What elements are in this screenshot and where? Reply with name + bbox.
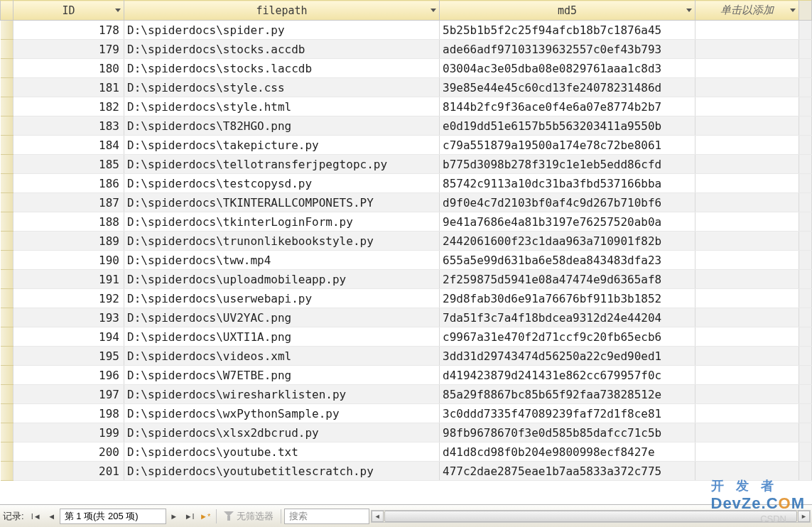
filter-dropdown-icon[interactable] — [685, 6, 693, 15]
column-header-md5[interactable]: md5 — [440, 1, 695, 21]
cell-filepath[interactable]: D:\spiderdocs\UXTI1A.png — [124, 327, 440, 347]
cell-filepath[interactable]: D:\spiderdocs\T82HGO.png — [124, 116, 440, 136]
table-row[interactable]: 178D:\spiderdocs\spider.py5b25b1b5f2c25f… — [1, 21, 812, 40]
filter-dropdown-icon[interactable] — [114, 6, 122, 15]
row-selector[interactable] — [1, 366, 13, 385]
cell-md5[interactable]: 2f259875d5941e08a47474e9d6365af8 — [440, 270, 695, 289]
row-selector[interactable] — [1, 97, 13, 116]
cell-filepath[interactable]: D:\spiderdocs\wiresharklisten.py — [124, 385, 440, 404]
cell-id[interactable]: 188 — [13, 212, 124, 232]
cell-empty[interactable] — [695, 366, 799, 385]
cell-md5[interactable]: 39e85e44e45c60cd13fe24078231486d — [440, 78, 695, 97]
row-selector[interactable] — [1, 385, 13, 404]
column-header-id[interactable]: ID — [13, 1, 124, 21]
cell-md5[interactable]: 477c2dae2875eae1b7aa5833a372c775 — [440, 462, 695, 481]
table-row[interactable]: 192D:\spiderdocs\userwebapi.py29d8fab30d… — [1, 289, 812, 308]
last-record-button[interactable]: ►I — [182, 509, 197, 524]
cell-filepath[interactable]: D:\spiderdocs\TKINTERALLCOMPONETS.PY — [124, 193, 440, 212]
cell-md5[interactable]: 85742c9113a10dc31ba3fbd537166bba — [440, 174, 695, 193]
cell-md5[interactable]: 5b25b1b5f2c25f94afcb18b7c1876a45 — [440, 21, 695, 40]
scroll-left-button[interactable]: ◄ — [372, 511, 384, 522]
column-header-add[interactable]: 单击以添加 — [695, 1, 799, 21]
table-row[interactable]: 182D:\spiderdocs\style.html8144b2fc9f36a… — [1, 97, 812, 116]
row-selector[interactable] — [1, 136, 13, 155]
row-selector[interactable] — [1, 347, 13, 366]
table-row[interactable]: 197D:\spiderdocs\wiresharklisten.py85a29… — [1, 385, 812, 404]
cell-id[interactable]: 187 — [13, 193, 124, 212]
cell-id[interactable]: 183 — [13, 116, 124, 136]
table-row[interactable]: 186D:\spiderdocs\testcopysd.py85742c9113… — [1, 174, 812, 193]
cell-id[interactable]: 185 — [13, 155, 124, 174]
cell-id[interactable]: 189 — [13, 232, 124, 251]
cell-md5[interactable]: 7da51f3c7a4f18bdcea9312d24e44204 — [440, 308, 695, 327]
cell-empty[interactable] — [695, 270, 799, 289]
cell-empty[interactable] — [695, 136, 799, 155]
cell-filepath[interactable]: D:\spiderdocs\youtube.txt — [124, 442, 440, 462]
row-selector[interactable] — [1, 155, 13, 174]
cell-filepath[interactable]: D:\spiderdocs\tellotransferjpegtopc.py — [124, 155, 440, 174]
row-selector[interactable] — [1, 423, 13, 442]
cell-filepath[interactable]: D:\spiderdocs\videos.xml — [124, 347, 440, 366]
cell-id[interactable]: 179 — [13, 40, 124, 59]
cell-md5[interactable]: d9f0e4c7d2103bf0af4c9d267b710bf6 — [440, 193, 695, 212]
cell-id[interactable]: 190 — [13, 251, 124, 270]
cell-filepath[interactable]: D:\spiderdocs\wxPythonSample.py — [124, 404, 440, 423]
cell-filepath[interactable]: D:\spiderdocs\tkinterLoginForm.py — [124, 212, 440, 232]
row-selector[interactable] — [1, 78, 13, 97]
row-selector[interactable] — [1, 174, 13, 193]
table-row[interactable]: 188D:\spiderdocs\tkinterLoginForm.py9e41… — [1, 212, 812, 232]
cell-filepath[interactable]: D:\spiderdocs\spider.py — [124, 21, 440, 40]
cell-filepath[interactable]: D:\spiderdocs\trunonlikebookstyle.py — [124, 232, 440, 251]
cell-id[interactable]: 191 — [13, 270, 124, 289]
cell-md5[interactable]: 3c0ddd7335f47089239faf72d1f8ce81 — [440, 404, 695, 423]
cell-md5[interactable]: 3dd31d29743474d56250a22c9ed90ed1 — [440, 347, 695, 366]
row-selector[interactable] — [1, 251, 13, 270]
table-row[interactable]: 183D:\spiderdocs\T82HGO.pnge0d19dd51e615… — [1, 116, 812, 136]
cell-md5[interactable]: d41d8cd98f0b204e9800998ecf8427e — [440, 442, 695, 462]
cell-md5[interactable]: 85a29f8867bc85b65f92faa73828512e — [440, 385, 695, 404]
cell-empty[interactable] — [695, 251, 799, 270]
cell-filepath[interactable]: D:\spiderdocs\tww.mp4 — [124, 251, 440, 270]
record-position-input[interactable] — [60, 509, 166, 524]
cell-md5[interactable]: 98fb9678670f3e0d585b85dafcc71c5b — [440, 423, 695, 442]
cell-id[interactable]: 195 — [13, 347, 124, 366]
cell-id[interactable]: 198 — [13, 404, 124, 423]
row-selector[interactable] — [1, 232, 13, 251]
row-selector[interactable] — [1, 442, 13, 462]
cell-id[interactable]: 181 — [13, 78, 124, 97]
table-row[interactable]: 195D:\spiderdocs\videos.xml3dd31d2974347… — [1, 347, 812, 366]
row-selector[interactable] — [1, 308, 13, 327]
cell-filepath[interactable]: D:\spiderdocs\W7ETBE.png — [124, 366, 440, 385]
row-selector[interactable] — [1, 40, 13, 59]
cell-filepath[interactable]: D:\spiderdocs\stocks.accdb — [124, 40, 440, 59]
table-row[interactable]: 199D:\spiderdocs\xlsx2dbcrud.py98fb96786… — [1, 423, 812, 442]
table-row[interactable]: 185D:\spiderdocs\tellotransferjpegtopc.p… — [1, 155, 812, 174]
cell-id[interactable]: 180 — [13, 59, 124, 78]
cell-id[interactable]: 201 — [13, 462, 124, 481]
cell-empty[interactable] — [695, 155, 799, 174]
search-input[interactable] — [284, 509, 369, 524]
cell-filepath[interactable]: D:\spiderdocs\stocks.laccdb — [124, 59, 440, 78]
cell-id[interactable]: 186 — [13, 174, 124, 193]
cell-filepath[interactable]: D:\spiderdocs\userwebapi.py — [124, 289, 440, 308]
cell-filepath[interactable]: D:\spiderdocs\style.css — [124, 78, 440, 97]
cell-id[interactable]: 199 — [13, 423, 124, 442]
cell-filepath[interactable]: D:\spiderdocs\style.html — [124, 97, 440, 116]
row-selector[interactable] — [1, 116, 13, 136]
cell-empty[interactable] — [695, 462, 799, 481]
cell-filepath[interactable]: D:\spiderdocs\xlsx2dbcrud.py — [124, 423, 440, 442]
row-selector[interactable] — [1, 21, 13, 40]
column-header-filepath[interactable]: filepath — [124, 1, 440, 21]
cell-md5[interactable]: 29d8fab30d6e91a76676bf911b3b1852 — [440, 289, 695, 308]
cell-empty[interactable] — [695, 404, 799, 423]
cell-id[interactable]: 200 — [13, 442, 124, 462]
cell-md5[interactable]: 2442061600f23c1daa963a710901f82b — [440, 232, 695, 251]
table-row[interactable]: 200D:\spiderdocs\youtube.txtd41d8cd98f0b… — [1, 442, 812, 462]
cell-empty[interactable] — [695, 232, 799, 251]
cell-id[interactable]: 192 — [13, 289, 124, 308]
cell-empty[interactable] — [695, 442, 799, 462]
table-row[interactable]: 190D:\spiderdocs\tww.mp4655a5e99d631ba6e… — [1, 251, 812, 270]
select-all-corner[interactable] — [1, 1, 13, 21]
scroll-thumb[interactable] — [384, 511, 797, 522]
table-row[interactable]: 189D:\spiderdocs\trunonlikebookstyle.py2… — [1, 232, 812, 251]
